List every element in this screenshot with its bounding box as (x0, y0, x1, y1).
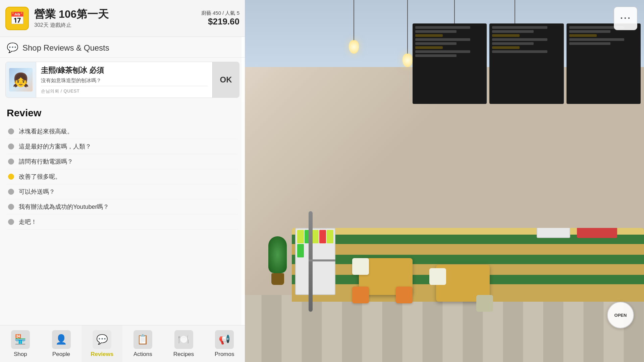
reviews-header: 💬 Shop Reviews & Quests (0, 37, 245, 58)
nav-label-reviews: Reviews (91, 351, 113, 358)
menu-board-3 (567, 23, 641, 104)
refrigerator (295, 228, 335, 295)
header-info: 營業 106第一天 302天 遊戲終止 (34, 8, 196, 29)
menu-boards-area (409, 20, 644, 114)
light-bulb (349, 40, 359, 54)
stats-row: 廚藝 450 / 人氣 5 (201, 10, 239, 16)
menu-button[interactable]: ⋮ (614, 7, 637, 30)
barrier-pole (309, 211, 313, 312)
barrier-rail (309, 259, 335, 261)
plant (268, 236, 287, 285)
nav-icon-actions: 📋 (133, 330, 152, 349)
nav-label-promos: Promos (215, 351, 234, 358)
review-dot (8, 174, 14, 180)
light-fixture-1 (349, 0, 359, 54)
review-section: Review 冰塊看起來很高級。這是最好的方案嗎，人類？請問有行動電源嗎？改善了… (0, 102, 245, 325)
nav-label-actions: Actions (133, 351, 152, 358)
nav-label-people: People (52, 351, 70, 358)
review-dot (8, 143, 14, 149)
quest-title: 圭熙/綠茶刨冰 必須 (41, 65, 208, 75)
review-dot (8, 128, 14, 134)
reviews-header-title: Shop Reviews & Quests (22, 43, 109, 53)
nav-item-actions[interactable]: 📋Actions (122, 325, 163, 362)
nav-item-reviews[interactable]: 💬Reviews (82, 325, 122, 362)
nav-item-people[interactable]: 👤People (41, 325, 82, 362)
header-subtitle: 302天 遊戲終止 (34, 22, 196, 29)
nav-icon-reviews: 💬 (93, 330, 111, 349)
menu-board-2 (489, 23, 564, 104)
chair-4 (429, 268, 446, 285)
nav-icon-people: 👤 (52, 330, 71, 349)
header-icon: 📅 (5, 7, 29, 30)
review-item: 可以外送嗎？ (7, 184, 238, 199)
quest-description: 沒有如意珠造型的刨冰嗎？ (41, 77, 208, 84)
nav-item-recipes[interactable]: 🍽️Recipes (163, 325, 204, 362)
header-stats: 廚藝 450 / 人氣 5 $219.60 (201, 10, 239, 27)
restaurant-background: 🖥 (241, 0, 644, 362)
nav-label-recipes: Recipes (173, 351, 194, 358)
header: 📅 營業 106第一天 302天 遊戲終止 廚藝 450 / 人氣 5 $219… (0, 0, 245, 37)
review-item: 這是最好的方案嗎，人類？ (7, 139, 238, 154)
calendar-icon: 📅 (10, 11, 25, 25)
review-text: 改善了很多呢。 (19, 173, 61, 181)
reviews-header-icon: 💬 (7, 42, 18, 53)
chair-1 (352, 258, 369, 275)
review-dot (8, 204, 14, 210)
nav-icon-promos: 📢 (215, 330, 234, 349)
review-list: 冰塊看起來很高級。這是最好的方案嗎，人類？請問有行動電源嗎？改善了很多呢。可以外… (7, 124, 238, 230)
review-text: 這是最好的方案嗎，人類？ (19, 142, 91, 150)
header-title: 營業 106第一天 (34, 8, 196, 20)
review-item: 走吧！ (7, 215, 238, 230)
light-cord (407, 0, 408, 54)
nav-icon-shop: 🏪 (11, 330, 30, 349)
review-text: 可以外送嗎？ (19, 188, 55, 196)
review-item: 改善了很多呢。 (7, 169, 238, 184)
open-sign-label: OPEN (614, 313, 627, 318)
review-item: 請問有行動電源嗎？ (7, 154, 238, 169)
navbar: 🏪Shop👤People💬Reviews📋Actions🍽️Recipes📢Pr… (0, 325, 245, 362)
nav-icon-recipes: 🍽️ (174, 330, 193, 349)
quest-avatar (6, 62, 36, 98)
open-sign[interactable]: OPEN (607, 302, 634, 328)
review-text: 冰塊看起來很高級。 (19, 127, 73, 135)
review-dot (8, 189, 14, 195)
chair-2 (352, 287, 369, 303)
review-text: 請問有行動電源嗎？ (19, 158, 73, 166)
nav-item-promos[interactable]: 📢Promos (204, 325, 245, 362)
left-panel: 📅 營業 106第一天 302天 遊戲終止 廚藝 450 / 人氣 5 $219… (0, 0, 245, 362)
review-dot (8, 219, 14, 225)
quest-divider (41, 86, 208, 86)
review-text: 走吧！ (19, 218, 37, 226)
nav-item-shop[interactable]: 🏪Shop (0, 325, 41, 362)
menu-board-1 (413, 23, 487, 104)
chair-5 (476, 295, 493, 312)
review-text: 我有辦法成為成功的Youtuber嗎？ (19, 203, 109, 211)
review-section-title: Review (7, 107, 238, 119)
review-item: 我有辦法成為成功的Youtuber嗎？ (7, 199, 238, 215)
chair-3 (396, 287, 413, 303)
avatar-image (9, 68, 33, 92)
light-cord (354, 0, 354, 40)
quest-content: 圭熙/綠茶刨冰 必須 沒有如意珠造型的刨冰嗎？ 손님의뢰 / QUEST (36, 62, 212, 98)
floor (241, 295, 644, 362)
quest-card: 圭熙/綠茶刨冰 必須 沒有如意珠造型的刨冰嗎？ 손님의뢰 / QUEST OK (5, 62, 239, 98)
money-display: $219.60 (201, 16, 239, 27)
menu-dots-icon: ⋮ (619, 13, 632, 24)
review-item: 冰塊看起來很高級。 (7, 124, 238, 139)
nav-label-shop: Shop (14, 351, 27, 358)
quest-type: 손님의뢰 / QUEST (41, 88, 208, 94)
review-dot (8, 159, 14, 165)
ok-label: OK (220, 75, 232, 84)
quest-ok-button[interactable]: OK (212, 62, 239, 98)
